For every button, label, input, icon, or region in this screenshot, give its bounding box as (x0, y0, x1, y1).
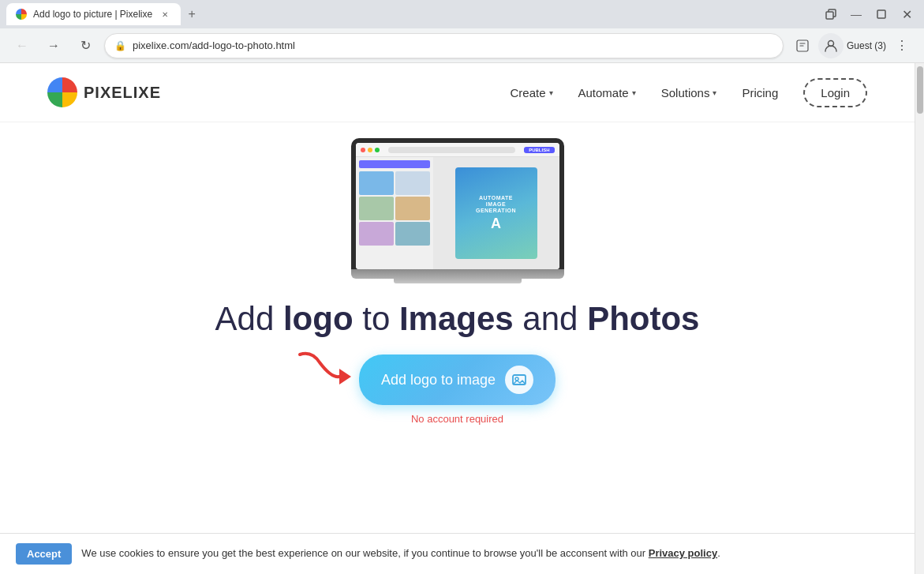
restore-down-button[interactable] (820, 3, 842, 25)
page-content: PIXELIXE Create ▾ Automate ▾ Solutions ▾ (0, 63, 924, 574)
chevron-down-icon: ▾ (713, 88, 716, 97)
chevron-down-icon: ▾ (632, 88, 636, 97)
login-button[interactable]: Login (803, 78, 867, 107)
arrow-icon (296, 347, 359, 397)
scrollbar-thumb[interactable] (917, 66, 923, 114)
hero-title-and: and (514, 300, 587, 337)
tab-title: Add logo to picture | Pixelixe (33, 9, 152, 20)
nav-links: Create ▾ Automate ▾ Solutions ▾ Pricing … (510, 78, 867, 107)
browser-tab[interactable]: Add logo to picture | Pixelixe ✕ (6, 3, 181, 25)
hero-title-photos: Photos (587, 300, 699, 337)
hero-title: Add logo to Images and Photos (215, 299, 700, 339)
hero-title-logo: logo (283, 300, 354, 337)
nav-create[interactable]: Create ▾ (510, 86, 552, 99)
guest-label: Guest (3) (847, 40, 886, 51)
new-tab-button[interactable]: + (181, 3, 203, 25)
laptop-stand (394, 279, 522, 283)
laptop-base (351, 269, 564, 279)
lock-icon: 🔒 (114, 40, 126, 51)
cta-button-label: Add logo to image (381, 372, 496, 388)
browser-tab-area: Add logo to picture | Pixelixe ✕ + (6, 3, 814, 25)
tab-favicon (16, 9, 27, 20)
browser-toolbar: ← → ↻ 🔒 pixelixe.com/add-logo-to-photo.h… (0, 28, 924, 63)
laptop-screen: PUBLISH (356, 143, 559, 269)
menu-button[interactable]: ⋮ (889, 33, 915, 58)
chevron-down-icon: ▾ (549, 88, 553, 97)
privacy-policy-link[interactable]: Privacy policy (649, 547, 717, 559)
logo-area[interactable]: PIXELIXE (47, 77, 161, 107)
logo-icon (47, 77, 77, 107)
browser-title-bar: Add logo to picture | Pixelixe ✕ + — ✕ (0, 0, 924, 28)
tab-close-button[interactable]: ✕ (159, 8, 171, 21)
cookie-text: We use cookies to ensure you get the bes… (81, 546, 899, 561)
hero-section: PUBLISH (0, 122, 915, 425)
close-window-button[interactable]: ✕ (896, 3, 918, 25)
nav-pricing[interactable]: Pricing (742, 86, 778, 99)
profile-button[interactable] (818, 33, 844, 58)
browser-frame: Add logo to picture | Pixelixe ✕ + — ✕ ←… (0, 0, 924, 574)
logo-text: PIXELIXE (84, 84, 161, 102)
nav-solutions[interactable]: Solutions ▾ (661, 86, 717, 99)
hero-title-images: Images (399, 300, 514, 337)
accept-cookies-button[interactable]: Accept (16, 543, 72, 565)
hero-title-add: Add (215, 300, 283, 337)
screen-content: PUBLISH (356, 143, 559, 269)
svg-marker-4 (339, 369, 351, 385)
address-bar[interactable]: 🔒 pixelixe.com/add-logo-to-photo.html (104, 33, 784, 58)
laptop-mockup: PUBLISH (351, 138, 564, 283)
forward-button[interactable]: → (41, 33, 66, 58)
add-logo-button[interactable]: Add logo to image (359, 355, 556, 405)
back-button[interactable]: ← (9, 33, 35, 58)
svg-rect-1 (877, 10, 885, 18)
no-account-text: No account required (411, 413, 503, 425)
laptop-screen-wrapper: PUBLISH (351, 138, 564, 269)
hero-title-to: to (354, 300, 399, 337)
window-controls: — ✕ (820, 3, 918, 25)
cta-area: Add logo to image No account required (359, 355, 556, 425)
bookmark-star-button[interactable] (790, 33, 815, 58)
nav-automate[interactable]: Automate ▾ (578, 86, 636, 99)
svg-rect-0 (826, 12, 833, 19)
page-body: PIXELIXE Create ▾ Automate ▾ Solutions ▾ (0, 63, 915, 574)
site-navigation: PIXELIXE Create ▾ Automate ▾ Solutions ▾ (0, 63, 915, 122)
cta-button-icon (505, 366, 533, 394)
scrollbar[interactable] (915, 63, 924, 574)
cookie-banner: Accept We use cookies to ensure you get … (0, 533, 915, 574)
reload-button[interactable]: ↻ (73, 33, 98, 58)
maximize-button[interactable] (870, 3, 892, 25)
address-text: pixelixe.com/add-logo-to-photo.html (133, 39, 773, 51)
toolbar-right: Guest (3) ⋮ (790, 33, 915, 58)
minimize-button[interactable]: — (845, 3, 867, 25)
